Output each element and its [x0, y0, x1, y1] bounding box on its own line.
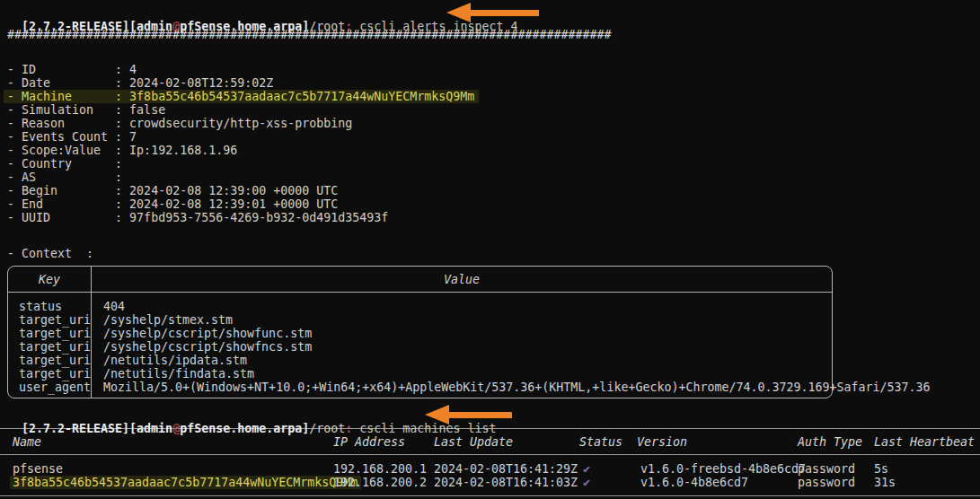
- context-value: /syshelp/cscript/showfunc.stm: [92, 327, 931, 340]
- field-separator: :: [108, 171, 129, 184]
- field-separator: :: [108, 197, 129, 211]
- context-key-column: statustarget_uritarget_uritarget_uritarg…: [8, 293, 91, 398]
- prompt-host: pfSense.home.arpa]: [180, 422, 309, 435]
- alert-field-row: - Date : 2024-02-08T12:59:02Z: [7, 76, 980, 90]
- machine-last-update: 2024-02-08T16:41:03Z: [434, 476, 579, 489]
- machines-header-last-heartbeat: Last Heartbeat: [874, 435, 980, 449]
- machines-header-last-update: Last Update: [434, 435, 579, 449]
- arrow-tail: [471, 10, 539, 16]
- field-key: Scope:Value: [22, 144, 108, 157]
- machine-status-check-icon: ✔: [579, 462, 637, 476]
- alert-field-row: - Scope:Value : Ip:192.168.1.96: [7, 144, 980, 157]
- alert-field-row: - End : 2024-02-08 12:39:01 +0000 UTC: [7, 197, 980, 211]
- machine-row: 3f8ba55c46b54537aadaac7c5b7717a44wNuYECM…: [13, 476, 980, 489]
- field-key: Events Count: [22, 130, 108, 144]
- field-dash: -: [7, 211, 22, 224]
- alert-field-row: - AS :: [7, 171, 980, 184]
- hash-separator: ########################################…: [7, 28, 980, 41]
- alert-field-row: - Country :: [7, 157, 980, 171]
- context-key: target_uri: [8, 340, 91, 354]
- context-key: target_uri: [8, 313, 91, 327]
- machines-header-ip: IP Address: [333, 435, 434, 449]
- field-value: 4: [129, 63, 137, 76]
- prompt-line-1: [2.7.2-RELEASE][admin@pfSense.home.arpa]…: [7, 6, 980, 20]
- prompt-at: @: [172, 422, 180, 435]
- field-key: Country: [22, 157, 108, 171]
- field-value: false: [129, 103, 165, 117]
- alert-field-row: - UUID : 97fbd953-7556-4269-b932-0d491d3…: [7, 211, 980, 224]
- context-header-key: Key: [8, 267, 91, 292]
- field-value: 2024-02-08T12:59:02Z: [129, 76, 273, 90]
- machine-name: 3f8ba55c46b54537aadaac7c5b7717a44wNuYECM…: [10, 476, 361, 489]
- context-table-body: statustarget_uritarget_uritarget_uritarg…: [8, 293, 832, 398]
- alert-field-row: - ID : 4: [7, 63, 980, 76]
- context-value-column: 404/syshelp/stmex.stm/syshelp/cscript/sh…: [91, 293, 931, 398]
- context-value: /netutils/ipdata.stm: [92, 354, 931, 367]
- machines-table: Name IP Address Last Update Status Versi…: [0, 428, 980, 496]
- context-key: target_uri: [8, 327, 91, 340]
- machine-ip: 192.168.200.2: [333, 476, 434, 489]
- alert-field-row: - Events Count : 7: [7, 130, 980, 144]
- machine-last-heartbeat: 31s: [874, 476, 980, 489]
- field-value: 2024-02-08 12:39:01 +0000 UTC: [129, 197, 338, 211]
- machines-header-status: Status: [579, 435, 637, 449]
- field-dash: -: [7, 144, 22, 157]
- annotation-arrow-icon: [446, 3, 539, 22]
- context-value: /syshelp/stmex.stm: [92, 313, 931, 327]
- machines-header-version: Version: [637, 435, 798, 449]
- field-key: UUID: [22, 211, 108, 224]
- field-dash: -: [7, 197, 22, 211]
- terminal-window[interactable]: { "colors": { "background": "#0d0d0e", "…: [0, 0, 980, 499]
- arrow-tail: [449, 412, 512, 418]
- field-key: AS: [22, 171, 108, 184]
- arrow-head: [425, 405, 449, 425]
- context-table-header: Key Value: [8, 267, 832, 293]
- context-table: Key Value statustarget_uritarget_uritarg…: [7, 266, 833, 398]
- field-value: crowdsecurity/http-xss-probbing: [129, 117, 352, 130]
- field-dash: -: [7, 76, 22, 90]
- context-key: target_uri: [8, 354, 91, 367]
- field-dash: -: [7, 157, 22, 171]
- field-key: Machine: [22, 90, 108, 103]
- field-dash: -: [7, 184, 22, 197]
- field-key: ID: [22, 63, 108, 76]
- field-key: Date: [22, 76, 108, 90]
- context-key: target_uri: [8, 367, 91, 381]
- alert-field-row: - Simulation : false: [7, 103, 980, 117]
- field-separator: :: [108, 63, 129, 76]
- context-key: status: [8, 300, 91, 313]
- machine-status-check-icon: ✔: [579, 476, 637, 489]
- annotation-arrow-icon: [425, 405, 512, 425]
- field-dash: -: [7, 63, 22, 76]
- field-value: 7: [129, 130, 137, 144]
- field-value: 2024-02-08 12:39:00 +0000 UTC: [129, 184, 338, 197]
- context-label: - Context :: [7, 247, 980, 260]
- machine-last-heartbeat: 5s: [874, 462, 980, 476]
- context-value: Mozilla/5.0+(Windows+NT+10.0;+Win64;+x64…: [92, 381, 931, 394]
- machine-ip: 192.168.200.1: [333, 462, 434, 476]
- field-value: 3f8ba55c46b54537aadaac7c5b7717a44wNuYECM…: [129, 90, 474, 103]
- machines-header-name: Name: [13, 435, 333, 449]
- field-dash: -: [7, 103, 22, 117]
- machine-auth-type: password: [798, 462, 874, 476]
- machines-header-auth-type: Auth Type: [798, 435, 874, 449]
- field-key: Simulation: [22, 103, 108, 117]
- field-separator: :: [108, 90, 129, 103]
- field-value: 97fbd953-7556-4269-b932-0d491d35493f: [129, 211, 388, 224]
- machines-table-body: pfsense 192.168.200.1 2024-02-08T16:41:2…: [0, 455, 980, 496]
- machine-version: v1.6.0-freebsd-4b8e6cd7: [637, 462, 798, 476]
- field-dash: -: [7, 117, 22, 130]
- field-separator: :: [108, 157, 129, 171]
- field-separator: :: [108, 117, 129, 130]
- context-value: 404: [92, 300, 931, 313]
- machine-last-update: 2024-02-08T16:41:29Z: [434, 462, 579, 476]
- field-key: End: [22, 197, 108, 211]
- alert-field-row: - Machine : 3f8ba55c46b54537aadaac7c5b77…: [7, 90, 980, 103]
- arrow-head: [446, 3, 471, 22]
- context-key: user_agent: [8, 381, 91, 394]
- alert-field-row: - Begin : 2024-02-08 12:39:00 +0000 UTC: [7, 184, 980, 197]
- context-header-value: Value: [91, 267, 832, 292]
- field-key: Reason: [22, 117, 108, 130]
- context-value: /syshelp/cscript/showfncs.stm: [92, 340, 931, 354]
- context-value: /netutils/findata.stm: [92, 367, 931, 381]
